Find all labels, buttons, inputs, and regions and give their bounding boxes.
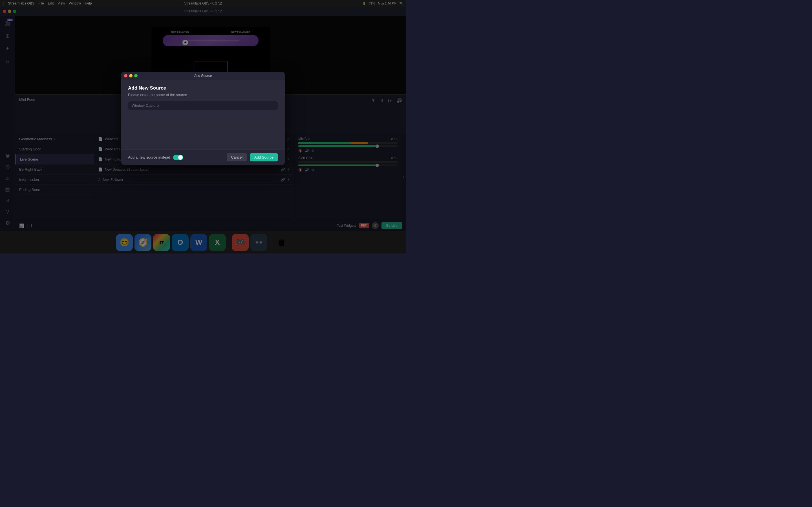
modal-overlay[interactable]: Add Source Add New Source Please enter t… bbox=[0, 0, 406, 253]
add-source-modal: Add Source Add New Source Please enter t… bbox=[121, 72, 285, 165]
cancel-button[interactable]: Cancel bbox=[227, 153, 247, 161]
add-new-source-toggle[interactable] bbox=[173, 155, 183, 160]
modal-spacer bbox=[128, 110, 278, 144]
modal-minimize-button[interactable] bbox=[129, 74, 133, 77]
modal-close-button[interactable] bbox=[124, 74, 128, 77]
modal-footer-left: Add a new source instead bbox=[128, 155, 183, 160]
modal-title: Add Source bbox=[194, 74, 212, 78]
modal-maximize-button[interactable] bbox=[134, 74, 138, 77]
toggle-knob bbox=[178, 155, 183, 160]
modal-body: Add New Source Please enter the name of … bbox=[121, 80, 285, 150]
modal-window-controls bbox=[124, 74, 138, 77]
modal-footer-right: Cancel Add Source bbox=[227, 153, 278, 161]
modal-titlebar: Add Source bbox=[121, 72, 285, 80]
modal-subtext: Please enter the name of the source bbox=[128, 93, 278, 97]
modal-heading: Add New Source bbox=[128, 86, 278, 91]
source-name-input[interactable] bbox=[128, 101, 278, 110]
toggle-label: Add a new source instead bbox=[128, 155, 170, 159]
add-source-button[interactable]: Add Source bbox=[250, 153, 278, 161]
modal-footer: Add a new source instead Cancel Add Sour… bbox=[121, 150, 285, 165]
